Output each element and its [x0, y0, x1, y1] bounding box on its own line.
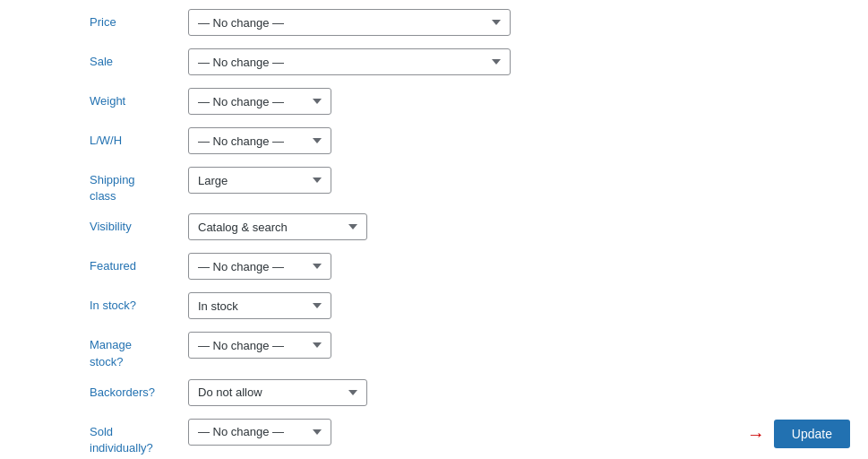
backorders-label: Backorders?: [90, 379, 188, 401]
sale-row: Sale — No change —: [90, 48, 841, 79]
weight-select[interactable]: — No change —: [188, 88, 331, 115]
weight-control: — No change —: [188, 88, 511, 115]
manage-stock-control: — No change —: [188, 332, 511, 359]
sold-individually-control: — No change —: [188, 419, 511, 446]
featured-row: Featured — No change —: [90, 253, 841, 283]
update-button[interactable]: Update: [774, 420, 850, 448]
featured-control: — No change —: [188, 253, 511, 280]
backorders-select[interactable]: Do not allow: [188, 379, 367, 406]
price-row: Price — No change —: [90, 9, 841, 39]
form-container: Price — No change — Sale — No change — W…: [0, 0, 868, 459]
featured-label: Featured: [90, 253, 188, 274]
weight-row: Weight — No change —: [90, 88, 841, 118]
update-area: → Update: [747, 420, 850, 448]
visibility-row: Visibility Catalog & search: [90, 213, 841, 244]
shipping-class-label: Shippingclass: [90, 167, 188, 204]
sold-individually-label: Soldindividually?: [90, 419, 188, 456]
price-control: — No change —: [188, 9, 511, 36]
visibility-select[interactable]: Catalog & search: [188, 213, 367, 240]
backorders-control: Do not allow: [188, 379, 511, 406]
manage-stock-select[interactable]: — No change —: [188, 332, 331, 359]
manage-stock-row: Managestock? — No change —: [90, 332, 841, 369]
arrow-icon: →: [747, 424, 765, 445]
lwh-row: L/W/H — No change —: [90, 127, 841, 158]
in-stock-select[interactable]: In stock: [188, 292, 331, 319]
shipping-class-select[interactable]: Large: [188, 167, 331, 194]
lwh-control: — No change —: [188, 127, 511, 154]
lwh-select[interactable]: — No change —: [188, 127, 331, 154]
in-stock-row: In stock? In stock: [90, 292, 841, 323]
lwh-label: L/W/H: [90, 127, 188, 149]
in-stock-control: In stock: [188, 292, 511, 319]
price-label: Price: [90, 9, 188, 30]
visibility-label: Visibility: [90, 213, 188, 235]
sale-control: — No change —: [188, 48, 511, 75]
sale-select[interactable]: — No change —: [188, 48, 511, 75]
shipping-class-row: Shippingclass Large: [90, 167, 841, 204]
in-stock-label: In stock?: [90, 292, 188, 314]
shipping-class-control: Large: [188, 167, 511, 194]
visibility-control: Catalog & search: [188, 213, 511, 240]
price-select[interactable]: — No change —: [188, 9, 511, 36]
backorders-row: Backorders? Do not allow: [90, 379, 841, 410]
sold-individually-select[interactable]: — No change —: [188, 419, 331, 446]
weight-label: Weight: [90, 88, 188, 109]
featured-select[interactable]: — No change —: [188, 253, 331, 280]
sale-label: Sale: [90, 48, 188, 70]
sold-individually-row: Soldindividually? — No change —: [90, 419, 841, 456]
manage-stock-label: Managestock?: [90, 332, 188, 369]
